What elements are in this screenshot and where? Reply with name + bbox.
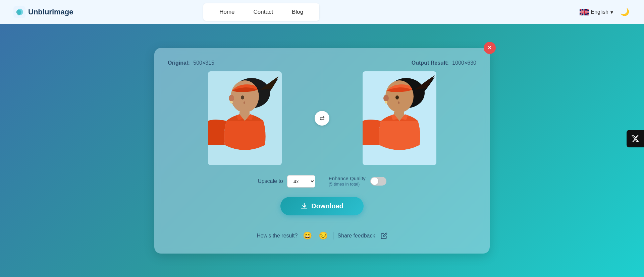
upscale-label: Upscale to <box>258 178 283 184</box>
header: Unblurimage Home Contact Blog English ▾ … <box>0 0 644 24</box>
image-comparison: ⇄ <box>168 71 476 165</box>
enhance-toggle[interactable] <box>370 177 386 186</box>
header-right: English ▾ 🌙 <box>580 6 631 18</box>
feedback-happy-button[interactable]: 😄 <box>302 231 313 240</box>
original-label: Original: 500×315 <box>168 60 214 66</box>
feedback-question: How's the result? <box>257 233 298 239</box>
x-twitter-icon <box>631 135 639 143</box>
original-image-side <box>168 71 322 165</box>
language-selector[interactable]: English ▾ <box>580 9 613 15</box>
output-woman-svg <box>363 71 436 165</box>
comparison-header: Original: 500×315 Output Result: 1000×63… <box>168 60 476 66</box>
feedback-sad-button[interactable]: 😔 <box>317 231 329 240</box>
upscale-select[interactable]: 1x 2x 4x 8x <box>287 175 315 188</box>
main-nav: Home Contact Blog <box>203 3 319 21</box>
flag-uk-icon <box>580 9 589 15</box>
logo-icon <box>13 6 25 18</box>
dark-mode-button[interactable]: 🌙 <box>619 6 631 18</box>
download-label: Download <box>311 202 343 210</box>
svg-point-6 <box>229 95 234 101</box>
svg-point-14 <box>385 101 387 103</box>
chevron-down-icon: ▾ <box>610 9 613 15</box>
feedback-row: How's the result? 😄 😔 Share feedback: <box>168 231 476 240</box>
output-image-side <box>322 71 476 165</box>
close-button[interactable]: × <box>484 42 496 54</box>
result-modal: × Original: 500×315 Output Result: 1000×… <box>154 48 490 254</box>
svg-point-7 <box>230 101 233 103</box>
download-icon <box>301 202 308 210</box>
svg-point-5 <box>241 95 244 99</box>
download-btn-wrap: Download <box>168 197 476 223</box>
download-button[interactable]: Download <box>280 197 364 215</box>
swap-button[interactable]: ⇄ <box>315 111 329 126</box>
original-image <box>168 71 322 165</box>
output-label: Output Result: 1000×630 <box>412 60 476 66</box>
swap-icon: ⇄ <box>320 115 325 122</box>
share-label: Share feedback: <box>337 233 377 239</box>
nav-contact[interactable]: Contact <box>244 3 283 21</box>
output-image <box>322 71 476 165</box>
nav-blog[interactable]: Blog <box>282 3 313 21</box>
feedback-divider <box>333 232 333 239</box>
share-feedback-button[interactable] <box>381 232 387 239</box>
nav-home[interactable]: Home <box>210 3 244 21</box>
original-woman-svg <box>208 71 282 165</box>
svg-point-13 <box>383 95 389 101</box>
main-content: × Original: 500×315 Output Result: 1000×… <box>0 0 644 277</box>
x-twitter-button[interactable] <box>627 130 644 147</box>
edit-icon <box>381 232 387 239</box>
svg-point-12 <box>395 95 399 99</box>
logo-link[interactable]: Unblurimage <box>13 6 73 18</box>
controls-row: Upscale to 1x 2x 4x 8x Enhance Quality (… <box>168 175 476 188</box>
upscale-group: Upscale to 1x 2x 4x 8x <box>258 175 315 188</box>
language-label: English <box>591 9 608 15</box>
logo-text: Unblurimage <box>28 8 73 16</box>
enhance-label: Enhance Quality (5 times in total) <box>329 175 366 187</box>
enhance-group: Enhance Quality (5 times in total) <box>329 175 386 187</box>
